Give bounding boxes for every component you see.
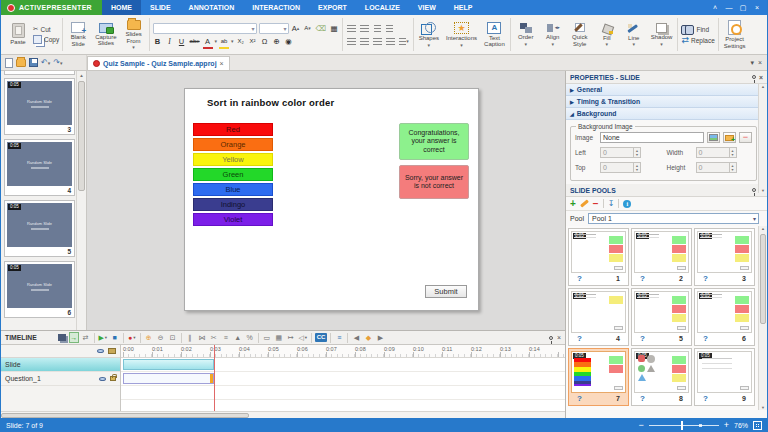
equalizer-icon[interactable]: ≡ — [334, 332, 344, 343]
pool-grid-scrollbar[interactable]: ▲▼ — [758, 226, 767, 410]
camera-column-icon[interactable] — [108, 348, 116, 354]
copy-button[interactable]: Copy — [33, 35, 59, 44]
close-document-icon[interactable]: × — [220, 60, 224, 67]
app-brand[interactable]: ACTIVEPRESENTER — [1, 0, 102, 15]
capture-slides-button[interactable]: Capture Slides — [93, 22, 118, 48]
question-time-bar[interactable] — [123, 373, 214, 384]
redo-icon[interactable]: ↷▾ — [53, 59, 62, 67]
split-icon[interactable]: ∥ — [185, 332, 195, 343]
tab-slide[interactable]: SLIDE — [141, 0, 180, 15]
zoom-in-button[interactable]: + — [724, 421, 729, 430]
tab-home[interactable]: HOME — [102, 0, 141, 15]
spinner-icon[interactable]: ▲▼ — [730, 162, 737, 173]
replace-button[interactable]: ⇄Replace — [681, 36, 714, 45]
cut-range-icon[interactable]: ✂ — [209, 332, 219, 343]
font-family-select[interactable] — [153, 23, 257, 34]
section-general[interactable]: ▶General — [566, 84, 767, 96]
info-icon[interactable]: i — [623, 200, 631, 208]
loop-icon[interactable]: ⇄ — [81, 332, 91, 343]
tab-view[interactable]: VIEW — [409, 0, 445, 15]
top-input[interactable]: 0 — [600, 162, 634, 173]
order-button[interactable]: Order ▾ — [514, 22, 538, 47]
hyperlink-icon[interactable]: ⊕ — [272, 36, 282, 47]
import-image-button[interactable] — [723, 132, 736, 143]
closed-captions-icon[interactable]: CC — [315, 333, 328, 342]
new-project-icon[interactable] — [5, 58, 13, 68]
increase-indent-icon[interactable] — [384, 23, 394, 34]
rename-pool-icon[interactable] — [580, 199, 589, 207]
shadow-button[interactable]: Shadow ▾ — [649, 22, 675, 47]
add-pool-icon[interactable]: + — [570, 199, 576, 209]
track-question-1[interactable]: Question_1 — [1, 372, 120, 386]
tab-localize[interactable]: LOCALIZE — [356, 0, 409, 15]
tab-interaction[interactable]: INTERACTION — [243, 0, 309, 15]
tab-export[interactable]: EXPORT — [309, 0, 356, 15]
zoom-out-icon[interactable]: ⊖ — [156, 332, 166, 343]
increase-font-button[interactable]: A▴ — [291, 23, 301, 34]
font-size-select[interactable] — [259, 23, 289, 34]
interactions-button[interactable]: ★ Interactions ▾ — [444, 21, 479, 48]
project-settings-button[interactable]: Project Settings — [722, 19, 748, 50]
line-spacing-icon[interactable]: ▾ — [398, 36, 410, 47]
all-objects-icon[interactable] — [57, 332, 67, 343]
equation-icon[interactable]: ◉ — [284, 36, 294, 47]
zoom-slider[interactable] — [649, 425, 719, 426]
close-tab-bar-icon[interactable]: × — [758, 59, 762, 66]
bullet-list-icon[interactable] — [359, 23, 370, 34]
slide-title[interactable]: Sort in rainbow color order — [207, 97, 334, 108]
scrollbar-thumb[interactable] — [760, 234, 766, 324]
cut-button[interactable]: ✂Cut — [33, 25, 59, 33]
track-slide[interactable]: Slide — [1, 358, 120, 372]
freeze-frame-icon[interactable]: ▭ — [262, 332, 272, 343]
pool-thumb-7-selected[interactable]: 0:05 ?7 — [568, 348, 629, 406]
bold-button[interactable]: B — [153, 36, 163, 47]
image-value-field[interactable]: None — [600, 132, 704, 143]
height-input[interactable]: 0 — [696, 162, 730, 173]
align-center-icon[interactable] — [359, 36, 370, 47]
scroll-down-icon[interactable]: ▼ — [759, 405, 767, 410]
bar-blue[interactable]: Blue — [193, 183, 273, 196]
table-icon[interactable]: ▦ — [329, 23, 339, 34]
pin-icon[interactable] — [752, 188, 756, 192]
import-pool-icon[interactable]: ↧ — [608, 200, 615, 208]
scrollbar-thumb[interactable] — [78, 81, 85, 191]
submit-button[interactable]: Submit — [425, 285, 467, 298]
slide-time-bar[interactable] — [123, 359, 214, 370]
spinner-icon[interactable]: ▲▼ — [730, 147, 737, 158]
minimize-button[interactable]: — — [723, 3, 735, 13]
volume-icon[interactable]: ◁▾ — [298, 332, 308, 343]
pool-thumb-8[interactable]: 0:05 ?8 — [631, 348, 692, 406]
zoom-slider-thumb[interactable] — [681, 421, 683, 430]
pin-icon[interactable] — [752, 75, 756, 79]
zoom-out-button[interactable]: − — [638, 421, 643, 430]
tab-list-icon[interactable]: ▾ — [750, 59, 754, 67]
numbered-list-icon[interactable] — [346, 23, 357, 34]
line-button[interactable]: Line ▾ — [622, 22, 646, 48]
tab-annotation[interactable]: ANNOTATION — [180, 0, 244, 15]
spinner-icon[interactable]: ▲▼ — [634, 147, 641, 158]
prev-keyframe-icon[interactable]: ◀ — [351, 332, 361, 343]
slide-panel-scrollbar[interactable]: ▲ — [76, 71, 86, 330]
tab-help[interactable]: HELP — [445, 0, 482, 15]
bar-violet[interactable]: Violet — [193, 213, 273, 226]
keyframe-icon[interactable]: ◆ — [363, 332, 373, 343]
slides-from-button[interactable]: Slides From ▾ — [122, 19, 146, 50]
maximize-button[interactable]: ▢ — [737, 3, 749, 13]
highlight-button[interactable]: ab — [219, 36, 229, 47]
delete-range-icon[interactable]: ≡ — [221, 332, 231, 343]
remove-image-button[interactable]: − — [739, 132, 752, 143]
width-input[interactable]: 0 — [696, 147, 730, 158]
scroll-up-icon[interactable]: ▲ — [77, 71, 86, 80]
pool-thumb-5[interactable]: 0:05 ?5 — [631, 288, 692, 346]
auto-scroll-icon[interactable]: → — [69, 332, 79, 343]
left-input[interactable]: 0 — [600, 147, 634, 158]
eye-icon[interactable] — [99, 377, 106, 381]
scroll-up-icon[interactable]: ▲ — [761, 84, 765, 89]
document-tab[interactable]: Quiz Sample - Quiz Sample.approj × — [87, 56, 230, 70]
lock-icon[interactable] — [110, 376, 116, 381]
timeline-ruler[interactable]: 0:00 0:01 0:02 0:03 0:04 0:05 0:06 0:07 … — [121, 345, 565, 358]
properties-scrollbar[interactable]: ▲▼ — [758, 84, 767, 193]
record-button[interactable]: ●▾ — [127, 332, 137, 343]
paste-button[interactable]: Paste — [6, 22, 30, 47]
close-panel-icon[interactable]: × — [759, 74, 763, 81]
